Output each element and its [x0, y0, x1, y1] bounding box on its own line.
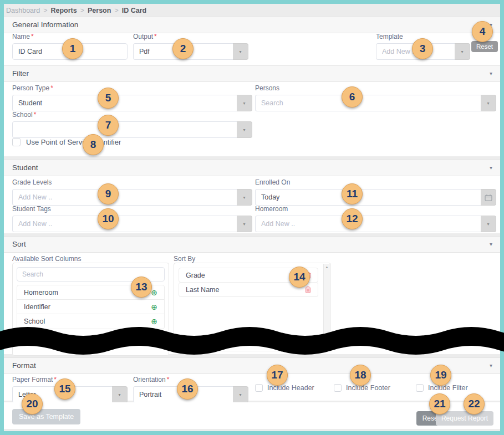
required-marker: *	[50, 84, 53, 92]
enrolled-on-calendar-button[interactable]	[481, 189, 496, 206]
available-sort-columns-label: Available Sort Columns	[12, 255, 82, 263]
sort-by-row[interactable]: Last Name	[179, 282, 318, 297]
section-title: Student	[12, 160, 38, 176]
remove-sort-column-button[interactable]	[305, 286, 311, 293]
section-header-filter: Filter ▾	[4, 65, 500, 82]
request-report-button[interactable]: Request Report	[436, 411, 493, 426]
orientation-select[interactable]	[133, 386, 233, 403]
collapse-caret-icon[interactable]: ▾	[490, 358, 492, 373]
required-marker: *	[54, 376, 57, 383]
persons-dropdown-button[interactable]: ▾	[481, 95, 496, 111]
add-column-icon[interactable]: ⊕	[151, 303, 157, 311]
add-column-icon[interactable]: ⊕	[151, 289, 157, 296]
grade-levels-dropdown-button[interactable]: ▾	[237, 189, 252, 206]
collapse-caret-icon[interactable]: ▾	[490, 17, 492, 33]
use-pos-identifier-checkbox-row[interactable]: Use Point of Service Identifier	[12, 138, 121, 146]
paper-format-dropdown-button[interactable]: ▾	[112, 386, 128, 403]
use-pos-identifier-label: Use Point of Service Identifier	[26, 138, 121, 146]
sort-columns-search-input[interactable]	[17, 267, 165, 282]
name-input[interactable]	[12, 43, 128, 60]
persons-label: Persons	[255, 84, 496, 92]
output-dropdown-button[interactable]: ▾	[233, 43, 248, 60]
enrolled-on-label: Enrolled On	[255, 178, 496, 186]
collapse-caret-icon[interactable]: ▾	[490, 160, 492, 176]
available-sort-column-row[interactable]: Identifier⊕	[17, 300, 164, 314]
section-format: Format ▾ Paper Format* ▾ Orientation* ▾ …	[4, 357, 500, 401]
homeroom-select[interactable]	[255, 216, 481, 232]
caret-down-icon: ▾	[487, 101, 489, 106]
caret-down-icon: ▾	[239, 392, 241, 397]
include-option-checkbox-row[interactable]: Include Footer	[334, 384, 390, 392]
section-header-sort: Sort ▾	[4, 236, 500, 253]
student-tags-label: Student Tags	[12, 205, 252, 213]
include-option-label: Include Footer	[346, 384, 390, 392]
person-type-dropdown-button[interactable]: ▾	[237, 95, 252, 111]
sort-by-label: Sort By	[174, 255, 195, 263]
student-tags-dropdown-button[interactable]: ▾	[237, 216, 252, 232]
breadcrumb-item[interactable]: Dashboard	[6, 7, 40, 14]
template-label: Template	[376, 33, 470, 40]
sort-by-list: GradeLast Name	[179, 268, 318, 297]
include-option-label: Include Header	[267, 384, 314, 392]
required-marker: *	[31, 33, 34, 40]
sort-by-row[interactable]: Grade	[179, 268, 318, 283]
name-label: Name*	[12, 33, 128, 40]
trash-icon	[305, 286, 311, 293]
person-type-select[interactable]	[12, 95, 237, 111]
caret-down-icon: ▾	[239, 49, 241, 54]
breadcrumb-item[interactable]: Reports	[50, 7, 77, 14]
breadcrumb-item[interactable]: Person	[88, 7, 111, 14]
footer-action-bar: Save as Template Reset Request Report	[4, 402, 500, 429]
school-select[interactable]	[12, 121, 237, 138]
breadcrumb-separator: >	[43, 7, 47, 14]
caret-down-icon: ▾	[243, 222, 245, 227]
school-dropdown-button[interactable]: ▾	[237, 121, 252, 138]
caret-down-icon: ▾	[118, 392, 120, 397]
persons-search-input[interactable]	[255, 95, 481, 111]
caret-down-icon: ▾	[243, 195, 245, 200]
sort-column-label: Identifier	[24, 303, 151, 311]
homeroom-dropdown-button[interactable]: ▾	[481, 216, 496, 232]
orientation-dropdown-button[interactable]: ▾	[233, 386, 248, 403]
page-content: Dashboard>Reports>Person>ID Card General…	[4, 4, 500, 431]
paper-format-select[interactable]	[12, 386, 112, 403]
grade-levels-select[interactable]	[12, 189, 237, 206]
breadcrumb: Dashboard>Reports>Person>ID Card	[6, 5, 146, 16]
collapse-caret-icon[interactable]: ▾	[490, 66, 492, 81]
section-title: General Information	[12, 17, 78, 33]
available-sort-column-row[interactable]: Homeroom⊕	[17, 285, 164, 300]
include-option-checkbox[interactable]	[255, 384, 263, 392]
scroll-up-icon[interactable]: ▴	[324, 264, 330, 270]
use-pos-identifier-checkbox[interactable]	[12, 138, 21, 146]
output-label: Output*	[133, 33, 248, 40]
required-marker: *	[34, 111, 37, 119]
remove-sort-column-button[interactable]	[305, 272, 311, 279]
output-select[interactable]	[133, 43, 233, 60]
orientation-label: Orientation*	[133, 376, 248, 383]
collapse-caret-icon[interactable]: ▾	[490, 237, 492, 252]
template-reset-button[interactable]: Reset	[471, 41, 498, 52]
include-option-checkbox-row[interactable]: Include Filter	[416, 384, 468, 392]
section-title: Format	[12, 358, 36, 373]
section-header-student: Student ▾	[4, 160, 500, 176]
template-select[interactable]	[376, 43, 455, 60]
include-option-checkbox[interactable]	[334, 384, 342, 392]
calendar-icon	[485, 194, 492, 201]
breadcrumb-separator: >	[80, 7, 84, 14]
sort-column-label: Homeroom	[24, 289, 151, 296]
section-header-general: General Information ▾	[4, 17, 500, 33]
section-title: Filter	[12, 66, 29, 81]
enrolled-on-input[interactable]	[255, 189, 481, 206]
caret-down-icon: ▾	[487, 222, 489, 227]
include-option-checkbox[interactable]	[416, 384, 424, 392]
save-as-template-button[interactable]: Save as Template	[12, 409, 80, 424]
caret-down-icon: ▾	[461, 49, 463, 54]
template-dropdown-button[interactable]: ▾	[455, 43, 470, 60]
sort-by-column-label: Last Name	[186, 286, 305, 294]
include-option-checkbox-row[interactable]: Include Header	[255, 384, 314, 392]
breadcrumb-item[interactable]: ID Card	[122, 7, 146, 14]
student-tags-select[interactable]	[12, 216, 237, 232]
required-marker: *	[154, 33, 157, 40]
breadcrumb-separator: >	[114, 7, 118, 14]
required-marker: *	[167, 376, 170, 383]
